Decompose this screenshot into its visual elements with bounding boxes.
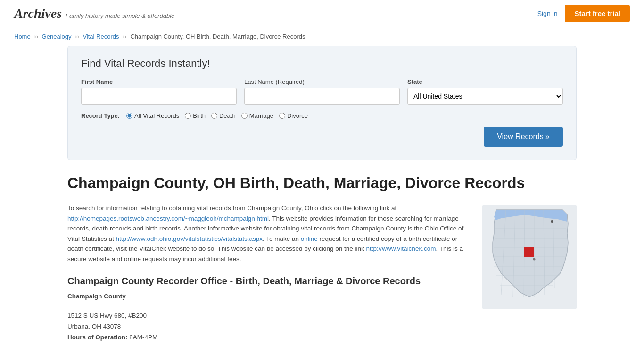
hours-value: 8AM-4PM <box>129 334 157 341</box>
form-row-names: First Name Last Name (Required) State Al… <box>81 78 563 105</box>
content-area: To search for information relating to ob… <box>67 203 577 343</box>
start-trial-button[interactable]: Start free trial <box>565 5 630 22</box>
radio-marriage[interactable]: Marriage <box>241 112 273 119</box>
ohio-map <box>482 205 577 343</box>
radio-divorce-label: Divorce <box>287 112 308 119</box>
radio-death-input[interactable] <box>211 113 217 119</box>
main-content: Find Vital Records Instantly! First Name… <box>53 46 591 362</box>
sub-heading: Champaign County Recorder Office - Birth… <box>67 276 473 287</box>
radio-divorce-input[interactable] <box>279 113 285 119</box>
vitalchek-link[interactable]: http://www.vitalchek.com <box>366 245 436 252</box>
breadcrumb-genealogy[interactable]: Genealogy <box>42 33 72 40</box>
header-right: Sign in Start free trial <box>537 5 630 22</box>
content-text: To search for information relating to ob… <box>67 203 473 343</box>
radio-all-input[interactable] <box>126 113 132 119</box>
office-block: Champaign County 1512 S US Hwy 680, #B20… <box>67 291 473 343</box>
hours-label: Hours of Operation: <box>67 334 128 341</box>
archives-logo: Archives <box>14 6 62 21</box>
radio-marriage-label: Marriage <box>249 112 273 119</box>
online-link[interactable]: online <box>301 235 318 242</box>
radio-marriage-input[interactable] <box>241 113 248 119</box>
radio-all-label: All Vital Records <box>134 112 179 119</box>
state-label: State <box>407 78 563 85</box>
radio-all-vital[interactable]: All Vital Records <box>126 112 179 119</box>
address-line2: Urbana, OH 43078 <box>67 321 473 332</box>
odh-link[interactable]: http://www.odh.ohio.gov/vitalstatistics/… <box>116 235 263 242</box>
search-heading: Find Vital Records Instantly! <box>81 58 563 70</box>
radio-birth-label: Birth <box>193 112 206 119</box>
first-name-label: First Name <box>81 78 237 85</box>
state-select[interactable]: All United States Alabama Alaska Ohio <box>407 88 563 105</box>
rootsweb-link[interactable]: http://homepages.rootsweb.ancestry.com/~… <box>67 215 269 222</box>
office-name: Champaign County <box>67 291 473 302</box>
radio-death[interactable]: Death <box>211 112 236 119</box>
body-paragraph: To search for information relating to ob… <box>67 203 473 264</box>
breadcrumb: Home ›› Genealogy ›› Vital Records ›› Ch… <box>0 27 644 46</box>
first-name-input[interactable] <box>81 88 237 105</box>
last-name-group: Last Name (Required) <box>244 78 400 105</box>
record-type-label: Record Type: <box>81 112 120 119</box>
radio-birth-input[interactable] <box>185 113 191 119</box>
svg-point-16 <box>533 258 536 261</box>
record-type-row: Record Type: All Vital Records Birth Dea… <box>81 112 563 119</box>
header-left: Archives Family history made simple & af… <box>14 6 174 21</box>
header: Archives Family history made simple & af… <box>0 0 644 27</box>
btn-row: View Records » <box>81 127 563 147</box>
svg-rect-14 <box>524 247 534 257</box>
page-title: Champaign County, OH Birth, Death, Marri… <box>67 174 577 197</box>
view-records-button[interactable]: View Records » <box>484 127 563 147</box>
header-tagline: Family history made simple & affordable <box>66 12 174 19</box>
state-group: State All United States Alabama Alaska O… <box>407 78 563 105</box>
search-box: Find Vital Records Instantly! First Name… <box>67 46 577 160</box>
radio-birth[interactable]: Birth <box>185 112 206 119</box>
radio-divorce[interactable]: Divorce <box>279 112 308 119</box>
ohio-map-svg <box>482 205 577 309</box>
breadcrumb-sep-2: ›› <box>75 33 81 40</box>
sign-in-link[interactable]: Sign in <box>537 10 558 17</box>
address-line1: 1512 S US Hwy 680, #B200 <box>67 311 473 321</box>
breadcrumb-current: Champaign County, OH Birth, Death, Marri… <box>130 33 305 40</box>
breadcrumb-vital-records[interactable]: Vital Records <box>83 33 119 40</box>
last-name-label: Last Name (Required) <box>244 78 400 85</box>
last-name-input[interactable] <box>244 88 400 105</box>
office-details: 1512 S US Hwy 680, #B200 Urbana, OH 4307… <box>67 311 473 343</box>
radio-death-label: Death <box>219 112 236 119</box>
breadcrumb-sep-3: ›› <box>123 33 128 40</box>
hours-line: Hours of Operation: 8AM-4PM <box>67 332 473 343</box>
first-name-group: First Name <box>81 78 237 105</box>
radio-group: All Vital Records Birth Death Marriage D… <box>126 112 308 119</box>
svg-point-15 <box>551 220 553 223</box>
breadcrumb-sep-1: ›› <box>34 33 40 40</box>
breadcrumb-home[interactable]: Home <box>14 33 31 40</box>
